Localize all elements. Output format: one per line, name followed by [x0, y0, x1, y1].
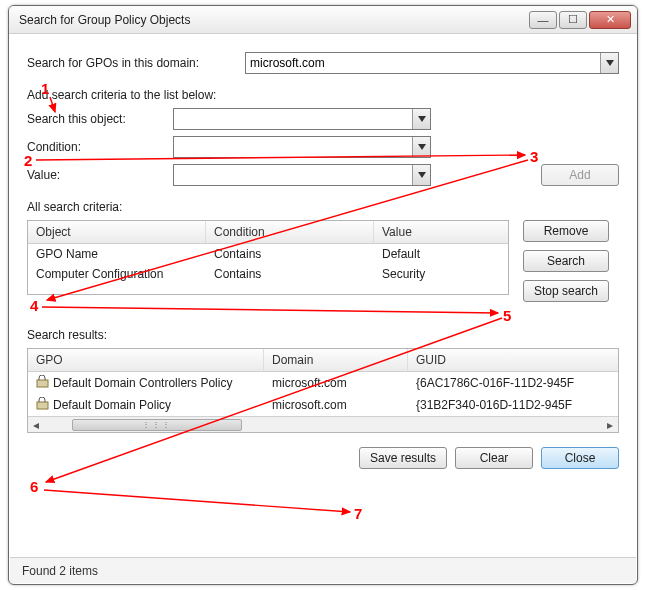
- results-header-domain[interactable]: Domain: [264, 349, 408, 371]
- results-row[interactable]: Default Domain Policy microsoft.com {31B…: [28, 394, 618, 416]
- titlebar: Search for Group Policy Objects — ☐ ✕: [9, 6, 637, 34]
- criteria-cell: GPO Name: [28, 244, 206, 264]
- criteria-cell: Contains: [206, 244, 374, 264]
- results-cell: {6AC1786C-016F-11D2-945F: [408, 372, 618, 394]
- svg-rect-1: [37, 402, 48, 409]
- results-cell: microsoft.com: [264, 372, 408, 394]
- gpo-icon: [36, 375, 49, 391]
- criteria-header-condition[interactable]: Condition: [206, 221, 374, 243]
- stop-search-button[interactable]: Stop search: [523, 280, 609, 302]
- criteria-section-label: All search criteria:: [27, 200, 619, 214]
- instruction-label: Add search criteria to the list below:: [27, 88, 619, 102]
- close-button[interactable]: Close: [541, 447, 619, 469]
- add-button[interactable]: Add: [541, 164, 619, 186]
- search-object-combo[interactable]: [173, 108, 431, 130]
- domain-label: Search for GPOs in this domain:: [27, 56, 237, 70]
- criteria-cell: Contains: [206, 264, 374, 284]
- domain-combo[interactable]: microsoft.com: [245, 52, 619, 74]
- minimize-button[interactable]: —: [529, 11, 557, 29]
- chevron-down-icon: [412, 109, 430, 129]
- status-text: Found 2 items: [22, 564, 98, 578]
- results-section-label: Search results:: [27, 328, 619, 342]
- close-window-button[interactable]: ✕: [589, 11, 631, 29]
- criteria-cell: Security: [374, 264, 508, 284]
- window-title: Search for Group Policy Objects: [19, 13, 529, 27]
- condition-combo[interactable]: [173, 136, 431, 158]
- results-header-guid[interactable]: GUID: [408, 349, 618, 371]
- maximize-button[interactable]: ☐: [559, 11, 587, 29]
- criteria-row[interactable]: GPO Name Contains Default: [28, 244, 508, 264]
- search-button[interactable]: Search: [523, 250, 609, 272]
- results-header-gpo[interactable]: GPO: [28, 349, 264, 371]
- horizontal-scrollbar[interactable]: ◂ ⋮⋮⋮ ▸: [28, 416, 618, 432]
- criteria-row[interactable]: Computer Configuration Contains Security: [28, 264, 508, 284]
- scroll-left-icon[interactable]: ◂: [28, 418, 44, 432]
- criteria-table: Object Condition Value GPO Name Contains…: [27, 220, 509, 295]
- remove-button[interactable]: Remove: [523, 220, 609, 242]
- results-table: GPO Domain GUID Default Domain Controlle…: [27, 348, 619, 433]
- dialog-window: Search for Group Policy Objects — ☐ ✕ Se…: [8, 5, 638, 585]
- domain-value: microsoft.com: [250, 56, 325, 70]
- criteria-header-value[interactable]: Value: [374, 221, 508, 243]
- criteria-header-object[interactable]: Object: [28, 221, 206, 243]
- clear-button[interactable]: Clear: [455, 447, 533, 469]
- gpo-icon: [36, 397, 49, 413]
- criteria-cell: Default: [374, 244, 508, 264]
- results-cell: Default Domain Controllers Policy: [53, 376, 232, 390]
- results-cell: Default Domain Policy: [53, 398, 171, 412]
- save-results-button[interactable]: Save results: [359, 447, 447, 469]
- results-cell: microsoft.com: [264, 394, 408, 416]
- criteria-cell: Computer Configuration: [28, 264, 206, 284]
- scroll-right-icon[interactable]: ▸: [602, 418, 618, 432]
- results-row[interactable]: Default Domain Controllers Policy micros…: [28, 372, 618, 394]
- chevron-down-icon: [412, 165, 430, 185]
- search-object-label: Search this object:: [27, 112, 165, 126]
- svg-rect-0: [37, 380, 48, 387]
- status-bar: Found 2 items: [10, 557, 636, 583]
- results-cell: {31B2F340-016D-11D2-945F: [408, 394, 618, 416]
- value-combo[interactable]: [173, 164, 431, 186]
- condition-label: Condition:: [27, 140, 165, 154]
- chevron-down-icon: [600, 53, 618, 73]
- value-label: Value:: [27, 168, 165, 182]
- chevron-down-icon: [412, 137, 430, 157]
- scrollbar-thumb[interactable]: ⋮⋮⋮: [72, 419, 242, 431]
